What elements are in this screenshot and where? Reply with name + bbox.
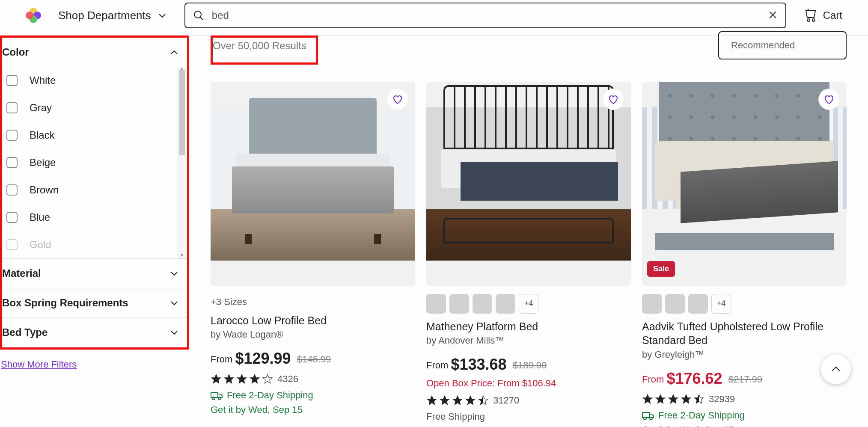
- filter-option-label: Gold: [30, 239, 51, 251]
- filter-color-option[interactable]: Gray: [2, 94, 177, 122]
- product-byline: by Greyleigh™: [642, 349, 847, 360]
- open-box-price: Open Box Price: From $106.94: [426, 378, 631, 389]
- product-rating[interactable]: 31270: [426, 395, 631, 406]
- show-more-filters-link[interactable]: Show More Filters: [1, 359, 189, 370]
- product-price: From $133.68 $189.00: [426, 356, 631, 374]
- scroll-down-icon[interactable]: ▼: [178, 253, 186, 259]
- product-card[interactable]: +4 Matheney Platform Bed by Andover Mill…: [426, 82, 631, 427]
- product-card[interactable]: +3 Sizes Larocco Low Profile Bed by Wade…: [211, 82, 415, 427]
- price-from-label: From: [211, 354, 232, 365]
- star-full-icon: [452, 395, 463, 406]
- filter-section-material: Material: [2, 259, 187, 288]
- filter-scrollbar[interactable]: ▲ ▼: [178, 67, 186, 258]
- checkbox[interactable]: [6, 184, 18, 196]
- checkbox[interactable]: [6, 239, 18, 250]
- filter-color-option[interactable]: Blue: [2, 204, 177, 231]
- review-count: 4326: [277, 374, 298, 385]
- color-swatches: +4: [426, 294, 631, 314]
- search-icon: [193, 10, 204, 21]
- price-old: $146.99: [297, 354, 331, 365]
- swatch-more[interactable]: +4: [519, 294, 538, 314]
- favorite-button[interactable]: [603, 89, 624, 110]
- price-amount: $129.99: [235, 350, 291, 367]
- brand-logo[interactable]: [26, 8, 41, 23]
- filter-color-option[interactable]: White: [2, 67, 177, 94]
- product-title[interactable]: Matheney Platform Bed: [426, 320, 631, 334]
- shipping-text: Free 2-Day Shipping: [658, 410, 745, 421]
- filter-color-option[interactable]: Brown: [2, 176, 177, 204]
- shipping-line: Free Shipping: [426, 411, 631, 422]
- scroll-thumb[interactable]: [179, 70, 185, 155]
- product-image[interactable]: [426, 82, 631, 286]
- search-input[interactable]: [212, 9, 760, 21]
- svg-rect-9: [642, 412, 649, 418]
- heart-icon: [823, 93, 835, 105]
- product-image[interactable]: Sale: [642, 82, 847, 286]
- filter-color-list[interactable]: White Gray Black Beige Brown Blue Gold: [2, 67, 187, 258]
- checkbox[interactable]: [6, 212, 18, 223]
- price-old: $217.99: [728, 374, 763, 385]
- back-to-top-button[interactable]: [821, 354, 851, 384]
- sort-label: Recommended: [731, 40, 795, 50]
- star-full-icon: [426, 395, 437, 406]
- filter-option-label: White: [30, 74, 56, 86]
- filter-color-option[interactable]: Gold: [2, 231, 177, 258]
- price-from-label: From: [642, 374, 664, 385]
- product-rating[interactable]: 4326: [211, 374, 415, 385]
- product-grid: +3 Sizes Larocco Low Profile Bed by Wade…: [211, 82, 847, 427]
- price-from-label: From: [426, 360, 448, 371]
- filter-color-option[interactable]: Black: [2, 122, 177, 149]
- svg-point-11: [650, 417, 652, 420]
- shipping-line: Free 2-Day Shipping: [642, 410, 847, 421]
- filter-color-option[interactable]: Beige: [2, 149, 177, 176]
- swatch[interactable]: [496, 294, 515, 314]
- results-count-box: Over 50,000 Results: [211, 36, 318, 65]
- cart-button[interactable]: Cart: [803, 8, 842, 23]
- star-empty-icon: [262, 374, 273, 385]
- swatch-more[interactable]: +4: [711, 294, 731, 314]
- star-full-icon: [655, 394, 666, 405]
- filter-boxspring-label: Box Spring Requirements: [2, 297, 128, 309]
- clear-search-icon[interactable]: ✕: [768, 9, 778, 21]
- filter-header-color[interactable]: Color: [2, 38, 187, 67]
- checkbox[interactable]: [6, 157, 18, 168]
- swatch[interactable]: [688, 294, 708, 314]
- product-card[interactable]: Sale +4 Aadvik Tufted Upholstered Low Pr…: [642, 82, 847, 427]
- star-full-icon: [236, 374, 247, 385]
- filter-material-label: Material: [2, 267, 41, 279]
- sort-dropdown[interactable]: Recommended: [718, 31, 847, 59]
- favorite-button[interactable]: [818, 89, 840, 110]
- star-full-icon: [249, 374, 260, 385]
- price-amount: $176.62: [666, 370, 722, 387]
- filters-highlight-box: Color White Gray Black Beige Brown Blue …: [0, 36, 189, 350]
- checkbox[interactable]: [6, 130, 18, 141]
- filter-header-boxspring[interactable]: Box Spring Requirements: [2, 288, 187, 317]
- star-full-icon: [465, 395, 476, 406]
- filter-header-material[interactable]: Material: [2, 259, 187, 288]
- star-full-icon: [211, 374, 222, 385]
- chevron-up-icon: [169, 47, 179, 57]
- product-title[interactable]: Aadvik Tufted Upholstered Low Profile St…: [642, 320, 847, 347]
- swatch[interactable]: [642, 294, 662, 314]
- checkbox[interactable]: [6, 75, 18, 86]
- swatch[interactable]: [449, 294, 469, 314]
- shop-departments-menu[interactable]: Shop Departments: [58, 9, 167, 22]
- product-title[interactable]: Larocco Low Profile Bed: [211, 314, 415, 328]
- search-bar[interactable]: ✕: [184, 3, 786, 28]
- swatch[interactable]: [426, 294, 446, 314]
- product-image[interactable]: [211, 82, 415, 286]
- swatch[interactable]: [665, 294, 685, 314]
- checkbox[interactable]: [6, 102, 18, 113]
- svg-point-10: [644, 417, 646, 420]
- get-by-date: Get it by Wed, Sep 15: [642, 424, 847, 427]
- filter-header-bedtype[interactable]: Bed Type: [2, 318, 187, 347]
- product-rating[interactable]: 32939: [642, 394, 847, 405]
- filter-option-label: Beige: [30, 157, 56, 169]
- cart-icon: [803, 8, 818, 23]
- svg-point-3: [812, 19, 815, 21]
- filter-option-label: Brown: [30, 184, 59, 196]
- swatch[interactable]: [473, 294, 492, 314]
- favorite-button[interactable]: [387, 89, 408, 110]
- results-content: Over 50,000 Results Recommended +3 S: [189, 36, 868, 427]
- product-sizes[interactable]: +3 Sizes: [211, 297, 415, 308]
